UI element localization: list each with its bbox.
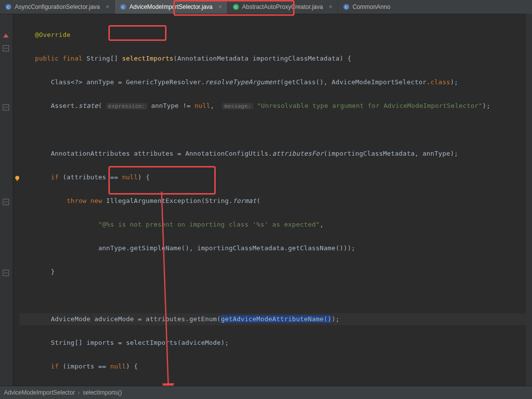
editor-tabs: C AsyncConfigurationSelector.java × C Ad… xyxy=(0,0,532,14)
breadcrumb[interactable]: AdviceModeImportSelector › selectImports… xyxy=(0,386,532,399)
chevron-right-icon: › xyxy=(78,389,80,396)
close-icon[interactable]: × xyxy=(329,3,332,10)
tab-label: AdviceModeImportSelector.java xyxy=(130,3,213,10)
breadcrumb-method[interactable]: selectImports() xyxy=(83,389,122,396)
tab-label: CommonAnno xyxy=(353,3,391,10)
annotation-override: @Override xyxy=(35,31,70,38)
code-area[interactable]: @Override public final String[] selectIm… xyxy=(13,14,532,387)
param-hint: expression: xyxy=(106,103,147,109)
java-file-icon: C xyxy=(343,3,350,10)
tab-abstract-proxy[interactable]: C AbstractAutoProxyCreator.java × xyxy=(228,0,338,14)
close-icon[interactable]: × xyxy=(219,3,222,10)
collapse-icon[interactable] xyxy=(2,199,9,205)
breadcrumb-class[interactable]: AdviceModeImportSelector xyxy=(4,389,75,396)
svg-text:C: C xyxy=(7,5,10,9)
java-file-icon: C xyxy=(233,3,239,10)
tab-async-config[interactable]: C AsyncConfigurationSelector.java × xyxy=(0,0,115,14)
scrollbar[interactable] xyxy=(526,14,532,386)
caret-line: AdviceMode adviceMode = attributes.getEn… xyxy=(19,313,532,325)
tab-label: AsyncConfigurationSelector.java xyxy=(15,3,100,10)
svg-text:C: C xyxy=(122,5,125,9)
collapse-icon[interactable] xyxy=(2,104,9,111)
gutter xyxy=(0,14,13,387)
call-selectImports: selectImports(adviceMode) xyxy=(126,339,225,346)
collapse-icon[interactable] xyxy=(2,269,9,276)
override-up-icon xyxy=(2,33,9,40)
close-icon[interactable]: × xyxy=(106,3,109,10)
tab-common-anno[interactable]: C CommonAnno xyxy=(338,0,396,14)
tab-advice-mode[interactable]: C AdviceModeImportSelector.java × xyxy=(115,0,228,14)
collapse-icon[interactable] xyxy=(2,45,9,52)
method-selectImports: selectImports xyxy=(122,55,173,62)
code-editor[interactable]: @Override public final String[] selectIm… xyxy=(0,14,532,387)
param-hint: message: xyxy=(222,103,253,109)
svg-text:C: C xyxy=(345,5,348,9)
tab-label: AbstractAutoProxyCreator.java xyxy=(242,3,323,10)
java-file-icon: C xyxy=(5,3,12,10)
svg-text:C: C xyxy=(234,5,237,9)
java-file-icon: C xyxy=(120,3,127,10)
